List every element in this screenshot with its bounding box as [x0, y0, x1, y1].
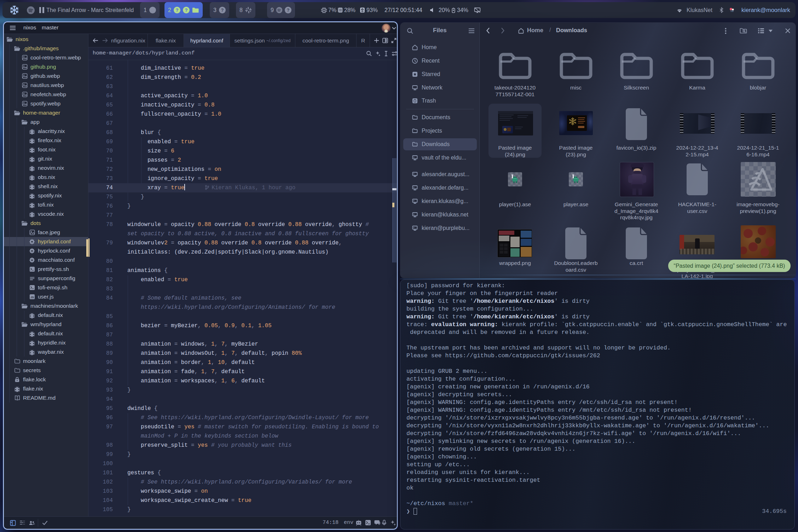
svg-text:JS: JS — [30, 296, 34, 299]
